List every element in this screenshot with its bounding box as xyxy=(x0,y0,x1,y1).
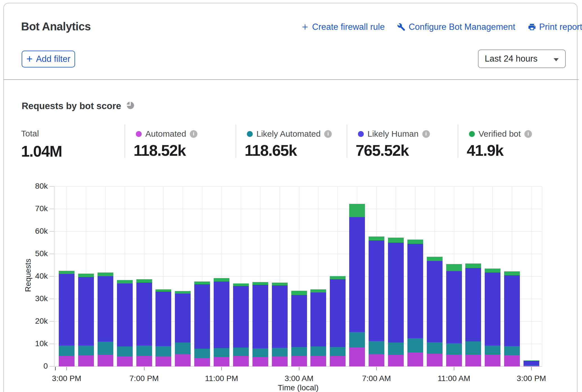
bar-segment-verified-bot[interactable] xyxy=(98,272,113,276)
bar-segment-likely-automated[interactable] xyxy=(330,347,346,356)
bar-segment-likely-human[interactable] xyxy=(98,276,113,342)
bar-segment-verified-bot[interactable] xyxy=(194,281,210,284)
bar-segment-verified-bot[interactable] xyxy=(349,204,365,217)
bar-segment-likely-automated[interactable] xyxy=(291,347,307,356)
bar-segment-automated[interactable] xyxy=(504,355,520,366)
bar-segment-likely-human[interactable] xyxy=(485,272,500,346)
bar-segment-likely-automated[interactable] xyxy=(78,346,94,355)
bar-segment-verified-bot[interactable] xyxy=(465,263,481,268)
add-filter-button[interactable]: + Add filter xyxy=(22,51,75,67)
bar-segment-verified-bot[interactable] xyxy=(524,361,539,361)
bar-segment-automated[interactable] xyxy=(524,366,539,366)
bar-segment-likely-human[interactable] xyxy=(369,240,384,341)
bar-segment-verified-bot[interactable] xyxy=(330,276,346,279)
bar-segment-automated[interactable] xyxy=(446,355,462,366)
bar-segment-automated[interactable] xyxy=(407,352,423,366)
bar-segment-likely-human[interactable] xyxy=(291,295,307,347)
bar-segment-likely-human[interactable] xyxy=(504,275,520,346)
bar-segment-likely-automated[interactable] xyxy=(194,349,210,358)
bar-segment-automated[interactable] xyxy=(214,357,229,366)
bar-segment-automated[interactable] xyxy=(427,354,443,366)
bar-segment-verified-bot[interactable] xyxy=(427,257,443,261)
bar-segment-verified-bot[interactable] xyxy=(388,238,404,243)
bar-segment-likely-human[interactable] xyxy=(155,292,171,346)
bar-segment-verified-bot[interactable] xyxy=(485,269,500,272)
bar-segment-likely-automated[interactable] xyxy=(98,342,113,355)
bar-segment-automated[interactable] xyxy=(155,356,171,366)
info-icon[interactable]: i xyxy=(422,130,430,138)
bar-segment-likely-automated[interactable] xyxy=(388,343,404,355)
bar-segment-likely-automated[interactable] xyxy=(155,346,171,356)
bar-segment-verified-bot[interactable] xyxy=(136,279,152,283)
bar-segment-verified-bot[interactable] xyxy=(214,278,229,281)
bar-segment-automated[interactable] xyxy=(291,356,307,366)
bar-segment-verified-bot[interactable] xyxy=(175,291,191,294)
bar-segment-likely-automated[interactable] xyxy=(524,365,539,366)
bar-segment-verified-bot[interactable] xyxy=(272,283,288,285)
bar-segment-likely-automated[interactable] xyxy=(369,341,384,354)
bar-segment-verified-bot[interactable] xyxy=(291,291,307,295)
bar-segment-likely-human[interactable] xyxy=(233,286,249,347)
bar-segment-verified-bot[interactable] xyxy=(155,289,171,292)
bar-segment-likely-human[interactable] xyxy=(214,281,229,348)
bar-segment-likely-automated[interactable] xyxy=(214,348,229,357)
bar-segment-verified-bot[interactable] xyxy=(78,274,94,277)
bar-segment-automated[interactable] xyxy=(252,357,268,366)
bar-segment-automated[interactable] xyxy=(136,356,152,366)
bar-segment-automated[interactable] xyxy=(310,356,326,366)
configure-bot-management-link[interactable]: Configure Bot Management xyxy=(397,22,515,32)
bar-segment-likely-human[interactable] xyxy=(407,244,423,338)
bar-segment-automated[interactable] xyxy=(117,357,133,366)
bar-segment-likely-human[interactable] xyxy=(446,271,462,344)
bar-segment-automated[interactable] xyxy=(233,356,249,366)
info-icon[interactable]: i xyxy=(524,130,532,138)
bar-segment-automated[interactable] xyxy=(388,355,404,366)
bar-segment-automated[interactable] xyxy=(194,358,210,366)
bar-segment-likely-automated[interactable] xyxy=(465,341,481,355)
create-firewall-rule-link[interactable]: Create firewall rule xyxy=(301,22,385,32)
bar-segment-verified-bot[interactable] xyxy=(407,240,423,244)
bar-segment-likely-human[interactable] xyxy=(349,217,365,332)
bar-segment-likely-automated[interactable] xyxy=(136,346,152,356)
bar-segment-automated[interactable] xyxy=(98,355,113,366)
bar-segment-likely-human[interactable] xyxy=(388,243,404,343)
bar-segment-automated[interactable] xyxy=(59,356,75,366)
bar-segment-likely-human[interactable] xyxy=(59,274,75,346)
bar-segment-automated[interactable] xyxy=(175,354,191,366)
bar-segment-likely-automated[interactable] xyxy=(427,342,443,354)
bar-segment-likely-automated[interactable] xyxy=(272,348,288,356)
bar-segment-verified-bot[interactable] xyxy=(369,236,384,240)
bar-segment-verified-bot[interactable] xyxy=(59,271,75,274)
bar-segment-automated[interactable] xyxy=(330,356,346,366)
info-icon[interactable]: i xyxy=(324,130,332,138)
print-report-link[interactable]: Print report xyxy=(528,22,582,32)
bar-segment-likely-human[interactable] xyxy=(136,283,152,345)
bar-segment-likely-automated[interactable] xyxy=(504,346,520,355)
bar-segment-verified-bot[interactable] xyxy=(504,271,520,275)
bar-segment-likely-automated[interactable] xyxy=(59,346,75,355)
bar-segment-likely-human[interactable] xyxy=(194,284,210,349)
bar-segment-likely-automated[interactable] xyxy=(310,346,326,356)
bar-segment-likely-human[interactable] xyxy=(465,268,481,341)
bar-segment-automated[interactable] xyxy=(485,355,500,366)
bar-segment-likely-human[interactable] xyxy=(252,285,268,348)
time-range-select[interactable]: Last 24 hours xyxy=(478,49,566,68)
bar-segment-likely-automated[interactable] xyxy=(233,348,249,356)
bar-segment-automated[interactable] xyxy=(465,355,481,366)
bar-segment-verified-bot[interactable] xyxy=(310,289,326,292)
bar-segment-likely-human[interactable] xyxy=(310,292,326,346)
bar-segment-likely-human[interactable] xyxy=(117,283,133,346)
bar-segment-automated[interactable] xyxy=(78,355,94,366)
bar-segment-verified-bot[interactable] xyxy=(117,280,133,283)
bar-segment-verified-bot[interactable] xyxy=(446,264,462,271)
bar-segment-likely-automated[interactable] xyxy=(117,346,133,357)
bar-segment-likely-automated[interactable] xyxy=(349,332,365,348)
info-icon[interactable]: i xyxy=(190,130,197,138)
bar-segment-likely-human[interactable] xyxy=(78,277,94,346)
bar-segment-likely-human[interactable] xyxy=(330,279,346,347)
bar-segment-automated[interactable] xyxy=(369,354,384,366)
bar-segment-likely-automated[interactable] xyxy=(446,343,462,354)
bar-segment-verified-bot[interactable] xyxy=(252,282,268,285)
bar-segment-likely-automated[interactable] xyxy=(485,346,500,355)
bar-segment-likely-human[interactable] xyxy=(427,261,443,343)
